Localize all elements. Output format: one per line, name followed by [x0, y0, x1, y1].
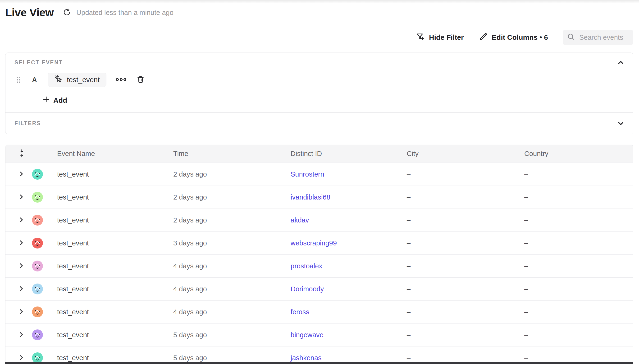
- table-row: test_event 4 days ago prostoalex – –: [6, 255, 633, 278]
- row-event-name: test_event: [53, 308, 169, 316]
- delete-event-button[interactable]: [136, 75, 145, 84]
- search-events-input[interactable]: [579, 34, 629, 42]
- row-distinct-id-link[interactable]: akdav: [291, 216, 309, 224]
- row-country: –: [520, 216, 633, 224]
- expand-row-button[interactable]: [18, 216, 25, 224]
- expand-row-button[interactable]: [18, 285, 25, 293]
- table-body: test_event 2 days ago Sunrostern – –: [6, 163, 633, 364]
- row-event-name: test_event: [53, 193, 169, 201]
- events-table: Event Name Time Distinct ID City Country: [5, 144, 633, 364]
- event-clause-row: A test_event: [15, 72, 624, 87]
- row-city: –: [402, 216, 520, 224]
- user-avatar: [32, 215, 43, 226]
- row-country: –: [520, 170, 633, 178]
- row-event-name: test_event: [53, 354, 169, 362]
- row-distinct-id-link[interactable]: webscraping99: [291, 239, 337, 247]
- row-event-name: test_event: [53, 285, 169, 293]
- table-row: test_event 5 days ago bingewave – –: [6, 324, 633, 346]
- chevron-right-icon: [18, 170, 25, 178]
- column-header-country[interactable]: Country: [520, 150, 633, 158]
- search-events-box[interactable]: [563, 30, 633, 45]
- row-city: –: [402, 239, 520, 247]
- row-distinct-id-link[interactable]: jashkenas: [291, 354, 322, 362]
- row-city: –: [402, 308, 520, 316]
- edit-columns-label: Edit Columns • 6: [492, 33, 548, 42]
- hide-filter-button[interactable]: Hide Filter: [416, 32, 464, 43]
- row-time: 2 days ago: [169, 170, 286, 178]
- row-event-name: test_event: [53, 216, 169, 224]
- table-row: test_event 4 days ago Dorimoody – –: [6, 278, 633, 300]
- page-title: Live View: [5, 6, 54, 19]
- column-header-city[interactable]: City: [402, 150, 520, 158]
- user-avatar: [32, 306, 43, 318]
- chevron-right-icon: [18, 262, 25, 270]
- horizontal-scrollbar[interactable]: [5, 362, 633, 364]
- column-header-time[interactable]: Time: [169, 150, 286, 158]
- chevron-down-icon: [616, 125, 625, 128]
- column-header-event-name[interactable]: Event Name: [53, 150, 169, 158]
- updated-status: Updated less than a minute ago: [76, 9, 173, 16]
- expand-row-button[interactable]: [18, 354, 25, 362]
- event-chip-label: test_event: [67, 76, 100, 84]
- chevron-right-icon: [18, 331, 25, 339]
- event-options-button[interactable]: [115, 77, 127, 83]
- select-event-collapse-button[interactable]: [616, 58, 625, 68]
- expand-row-button[interactable]: [18, 239, 25, 247]
- chevron-right-icon: [18, 216, 25, 224]
- expand-row-button[interactable]: [18, 308, 25, 316]
- chevron-right-icon: [18, 308, 25, 316]
- refresh-button[interactable]: [62, 7, 72, 18]
- page-header: Live View Updated less than a minute ago: [5, 6, 173, 19]
- edit-columns-button[interactable]: Edit Columns • 6: [479, 32, 548, 43]
- row-distinct-id-link[interactable]: Dorimoody: [291, 285, 324, 293]
- table-row: test_event 3 days ago webscraping99 – –: [6, 232, 633, 255]
- user-avatar: [32, 169, 43, 180]
- chevron-right-icon: [18, 285, 25, 293]
- collapse-vertical-icon: [18, 149, 26, 159]
- drag-handle[interactable]: [16, 76, 22, 84]
- user-avatar: [32, 330, 43, 340]
- hide-filter-label: Hide Filter: [429, 33, 464, 42]
- query-builder-card: SELECT EVENT A: [5, 52, 633, 134]
- row-time: 2 days ago: [169, 193, 286, 201]
- row-distinct-id-link[interactable]: bingewave: [291, 331, 324, 339]
- filters-section[interactable]: FILTERS: [6, 113, 633, 134]
- live-view-page: Live View Updated less than a minute ago…: [0, 0, 639, 364]
- column-header-distinct-id[interactable]: Distinct ID: [286, 150, 402, 158]
- row-event-name: test_event: [53, 262, 169, 270]
- row-time: 4 days ago: [169, 308, 286, 316]
- toolbar: Hide Filter Edit Columns • 6: [416, 29, 633, 46]
- row-time: 4 days ago: [169, 262, 286, 270]
- table-row: test_event 2 days ago ivandiblasi68 – –: [6, 186, 633, 209]
- select-event-label: SELECT EVENT: [15, 60, 624, 66]
- row-country: –: [520, 285, 633, 293]
- refresh-icon: [62, 8, 71, 18]
- expand-row-button[interactable]: [18, 331, 25, 339]
- kebab-horizontal-icon: [115, 77, 127, 83]
- collapse-rows-button[interactable]: [18, 149, 26, 159]
- row-time: 5 days ago: [169, 331, 286, 339]
- row-distinct-id-link[interactable]: Sunrostern: [291, 170, 324, 178]
- expand-row-button[interactable]: [18, 262, 25, 270]
- filters-expand-button[interactable]: [616, 119, 625, 128]
- filter-plus-icon: [416, 32, 425, 43]
- row-distinct-id-link[interactable]: ivandiblasi68: [291, 193, 330, 201]
- user-avatar: [32, 192, 43, 202]
- trash-icon: [136, 75, 145, 84]
- add-event-button[interactable]: Add: [43, 96, 67, 105]
- event-picker-chip[interactable]: test_event: [48, 73, 106, 87]
- user-avatar: [32, 284, 43, 294]
- row-time: 2 days ago: [169, 216, 286, 224]
- pencil-icon: [479, 32, 488, 43]
- row-distinct-id-link[interactable]: feross: [291, 308, 309, 316]
- user-avatar: [32, 260, 43, 272]
- row-distinct-id-link[interactable]: prostoalex: [291, 262, 322, 270]
- row-city: –: [402, 354, 520, 362]
- expand-row-button[interactable]: [18, 170, 25, 178]
- row-country: –: [520, 308, 633, 316]
- row-time: 3 days ago: [169, 239, 286, 247]
- row-time: 5 days ago: [169, 354, 286, 362]
- cursor-click-icon: [55, 75, 63, 85]
- table-header-row: Event Name Time Distinct ID City Country: [6, 145, 633, 163]
- expand-row-button[interactable]: [18, 193, 25, 201]
